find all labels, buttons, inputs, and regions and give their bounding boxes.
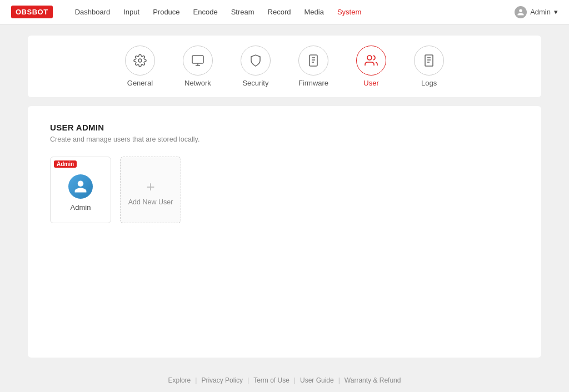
tab-logs-label: Logs bbox=[421, 79, 437, 87]
nav-bar: Dashboard Input Produce Encode Stream Re… bbox=[75, 8, 498, 16]
tab-logs[interactable]: Logs bbox=[403, 41, 455, 92]
main-content: General Network Security Firmware User bbox=[0, 24, 569, 369]
general-icon bbox=[125, 46, 155, 76]
nav-stream[interactable]: Stream bbox=[231, 8, 254, 16]
tab-security[interactable]: Security bbox=[229, 41, 282, 92]
user-card-admin[interactable]: Admin Admin bbox=[50, 157, 111, 223]
header: OBSBOT Dashboard Input Produce Encode St… bbox=[0, 0, 569, 24]
svg-rect-0 bbox=[192, 56, 203, 63]
tab-firmware-label: Firmware bbox=[298, 79, 328, 87]
tab-network-label: Network bbox=[184, 79, 211, 87]
add-user-label: Add New User bbox=[128, 198, 173, 206]
firmware-icon bbox=[298, 46, 328, 76]
user-menu[interactable]: Admin ▾ bbox=[515, 6, 558, 18]
tab-firmware[interactable]: Firmware bbox=[287, 41, 340, 92]
panel-title: USER ADMIN bbox=[50, 123, 519, 132]
admin-avatar bbox=[68, 174, 93, 199]
panel-description: Create and manage users that are stored … bbox=[50, 135, 519, 143]
footer-privacy[interactable]: Privacy Policy bbox=[201, 376, 243, 384]
nav-input[interactable]: Input bbox=[123, 8, 139, 16]
svg-rect-1 bbox=[310, 55, 317, 66]
user-icon bbox=[356, 46, 386, 76]
user-cards-container: Admin Admin + Add New User bbox=[50, 157, 519, 223]
tab-network[interactable]: Network bbox=[172, 41, 224, 92]
logo[interactable]: OBSBOT bbox=[11, 6, 53, 18]
tab-general[interactable]: General bbox=[114, 41, 166, 92]
security-icon bbox=[241, 46, 271, 76]
footer-explore[interactable]: Explore bbox=[168, 376, 191, 384]
add-user-button[interactable]: + Add New User bbox=[120, 157, 181, 223]
network-icon bbox=[183, 46, 213, 76]
svg-rect-6 bbox=[425, 55, 433, 66]
nav-dashboard[interactable]: Dashboard bbox=[75, 8, 111, 16]
admin-name: Admin bbox=[71, 203, 91, 212]
tab-security-label: Security bbox=[242, 79, 268, 87]
tab-user[interactable]: User bbox=[345, 41, 397, 92]
nav-record[interactable]: Record bbox=[268, 8, 291, 16]
nav-system[interactable]: System bbox=[337, 8, 361, 16]
footer-terms[interactable]: Term of Use bbox=[253, 376, 290, 384]
tab-general-label: General bbox=[127, 79, 153, 87]
user-avatar-icon bbox=[515, 6, 527, 18]
content-panel: USER ADMIN Create and manage users that … bbox=[28, 106, 541, 358]
add-icon: + bbox=[146, 179, 154, 194]
user-label: Admin bbox=[530, 8, 551, 16]
nav-encode[interactable]: Encode bbox=[193, 8, 218, 16]
tab-user-label: User bbox=[363, 79, 378, 87]
svg-point-5 bbox=[367, 56, 372, 60]
nav-produce[interactable]: Produce bbox=[153, 8, 179, 16]
chevron-down-icon: ▾ bbox=[554, 8, 558, 16]
footer-warranty[interactable]: Warranty & Refund bbox=[345, 376, 401, 384]
logs-icon bbox=[414, 46, 444, 76]
footer: Explore | Privacy Policy | Term of Use |… bbox=[0, 369, 569, 392]
admin-badge: Admin bbox=[54, 160, 77, 168]
nav-media[interactable]: Media bbox=[305, 8, 324, 16]
footer-guide[interactable]: User Guide bbox=[300, 376, 334, 384]
system-tabs: General Network Security Firmware User bbox=[28, 36, 541, 97]
